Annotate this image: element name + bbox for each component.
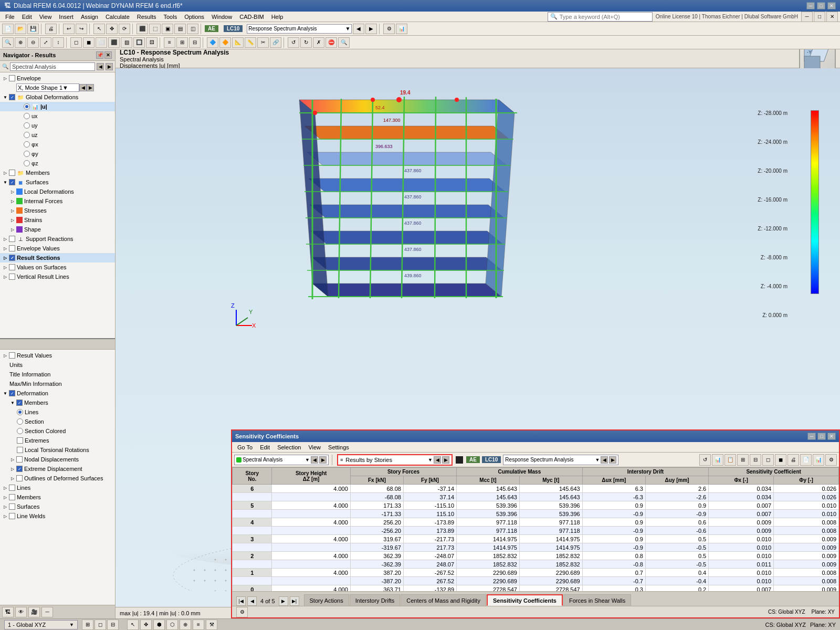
minimize-button[interactable]: ─ [806, 2, 815, 9]
nav-close[interactable]: ✕ [104, 51, 112, 59]
values-on-surfaces-expand[interactable]: ▷ [2, 264, 8, 270]
deform-checkbox[interactable]: ✓ [9, 390, 15, 396]
phi-y-radio[interactable] [24, 151, 30, 157]
tree-local-deform[interactable]: ▷ Local Deformations [0, 187, 115, 196]
tree-values-on-surfaces[interactable]: ▷ Values on Surfaces [0, 262, 115, 272]
extreme-expand[interactable]: ▷ [9, 466, 16, 472]
menu-calculate[interactable]: Calculate [102, 13, 133, 21]
tab-centers[interactable]: Centers of Mass and Rigidity [401, 594, 486, 606]
sens-close[interactable]: ✕ [827, 433, 836, 440]
nav-forward[interactable]: ▶ [106, 63, 113, 70]
tree-surfaces2[interactable]: ▷ Surfaces [0, 502, 115, 511]
tree-deformation[interactable]: ▼ ✓ Deformation [0, 388, 115, 398]
rv-expand[interactable]: ▷ [2, 352, 8, 359]
menu-insert[interactable]: Insert [56, 13, 77, 21]
tab-forces-shear[interactable]: Forces in Shear Walls [563, 594, 631, 606]
tree-line-welds[interactable]: ▷ Line Welds [0, 511, 115, 521]
sens-tb-2[interactable]: 📊 [712, 454, 723, 466]
members2-checkbox[interactable] [9, 494, 15, 500]
tree-nodal-disp[interactable]: ▷ Nodal Displacements [0, 455, 115, 464]
next-analysis[interactable]: ▶ [365, 24, 377, 34]
lines2-checkbox[interactable] [9, 485, 15, 491]
tree-phi-y[interactable]: φy [0, 149, 115, 159]
tab-sensitivity-coefficients[interactable]: Sensitivity Coefficients [487, 594, 563, 606]
tb2-5[interactable]: ↕ [52, 37, 64, 48]
tb7[interactable]: ▤ [174, 24, 186, 34]
tab-interstory-drifts[interactable]: Interstory Drifts [350, 594, 401, 606]
stresses-expand[interactable]: ▷ [9, 207, 16, 214]
sens-results-prev[interactable]: ◀ [434, 456, 441, 464]
menu-file[interactable]: File [2, 13, 18, 21]
tree-members[interactable]: ▷ 📁 Members [0, 168, 115, 177]
nav-icon-2[interactable]: 👁 [15, 607, 27, 617]
phi-z-radio[interactable] [24, 160, 30, 166]
deform-expand[interactable]: ▼ [2, 390, 8, 396]
redo-btn[interactable]: ↪ [76, 24, 87, 34]
members-sub-checkbox[interactable]: ✓ [16, 400, 23, 406]
envelope-checkbox[interactable] [9, 75, 15, 81]
sens-results-dropdown[interactable]: ≡ Results by Stories ▼ ◀ ▶ [337, 454, 453, 466]
sens-tb-7[interactable]: ◼ [775, 454, 786, 466]
tb2-4[interactable]: ⤢ [40, 37, 51, 48]
support-checkbox[interactable] [9, 236, 15, 242]
tree-uy[interactable]: uy [0, 121, 115, 130]
tree-members2[interactable]: ▷ Members [0, 492, 115, 502]
rv-checkbox[interactable] [9, 352, 15, 359]
members2-expand[interactable]: ▷ [2, 494, 8, 500]
surfaces2-checkbox[interactable] [9, 503, 15, 510]
tb2-10[interactable]: ▨ [121, 37, 132, 48]
tree-phi-x[interactable]: φx [0, 140, 115, 149]
sens-menu-selection[interactable]: Selection [274, 443, 304, 452]
tree-mode-shape[interactable]: X, Mode Shape 1 ▼ ◀ ▶ [0, 83, 115, 92]
tree-uz[interactable]: uz [0, 130, 115, 140]
sens-tb-8[interactable]: 🖨 [788, 454, 799, 466]
menu-window[interactable]: Window [208, 13, 235, 21]
nav-back[interactable]: ◀ [97, 63, 104, 70]
tree-surfaces[interactable]: ▼ ✓ ◼ Surfaces [0, 177, 115, 187]
u-total-expand[interactable] [17, 103, 23, 110]
tb2-20[interactable]: ✂ [257, 37, 269, 48]
undo-btn[interactable]: ↩ [63, 24, 75, 34]
phi-x-radio[interactable] [24, 141, 30, 148]
status-tb-1[interactable]: ↖ [127, 620, 139, 630]
sens-min[interactable]: ─ [807, 433, 816, 440]
internal-forces-expand[interactable]: ▷ [9, 198, 16, 204]
tb6[interactable]: ▣ [162, 24, 173, 34]
vert-result-checkbox[interactable] [9, 274, 15, 280]
phi-z-expand[interactable] [17, 160, 23, 166]
section-radio[interactable] [17, 418, 23, 425]
sens-max[interactable]: □ [817, 433, 826, 440]
sens-menu-view[interactable]: View [305, 443, 324, 452]
tree-global-def[interactable]: ▼ ✓ 📁 Global Deformations [0, 92, 115, 102]
tb2-16[interactable]: 🔷 [207, 37, 218, 48]
tb2-9[interactable]: ⬛ [108, 37, 120, 48]
tree-section-colored[interactable]: Section Colored [0, 426, 115, 436]
sens-tb-11[interactable]: ⚙ [825, 454, 837, 466]
mode-prev[interactable]: ◀ [79, 84, 87, 91]
tb9[interactable]: ⚙ [383, 24, 395, 34]
nodal-checkbox[interactable] [16, 456, 23, 463]
members-expand[interactable]: ▷ [2, 170, 8, 176]
sens-tb-4[interactable]: ⊞ [737, 454, 749, 466]
uy-expand[interactable] [17, 122, 23, 129]
sens-next[interactable]: ▶ [319, 456, 327, 464]
menu-help[interactable]: Help [268, 13, 287, 21]
window-controls[interactable]: ─ □ ✕ [806, 2, 836, 9]
tree-lines2[interactable]: ▷ Lines [0, 483, 115, 492]
tree-lines[interactable]: Lines [0, 407, 115, 417]
min-btn-2[interactable]: ─ [801, 12, 813, 22]
tb2-21[interactable]: 🔗 [270, 37, 281, 48]
tree-internal-forces[interactable]: ▷ Internal Forces [0, 196, 115, 206]
extreme-checkbox[interactable]: ✓ [16, 466, 23, 472]
outlines-checkbox[interactable] [16, 475, 23, 481]
phi-y-expand[interactable] [17, 151, 23, 157]
tb2-13[interactable]: ≡ [164, 37, 175, 48]
sens-analysis-dropdown[interactable]: Spectral Analysis ▼ ◀ ▶ [234, 455, 329, 465]
tree-section[interactable]: Section [0, 417, 115, 426]
global-def-expand[interactable]: ▼ [2, 94, 8, 100]
tb2-24[interactable]: ✗ [313, 37, 324, 48]
nav-search-value[interactable]: Spectral Analysis [12, 64, 56, 70]
maximize-button[interactable]: □ [817, 2, 825, 9]
page-first[interactable]: |◀ [236, 596, 246, 606]
local-deform-expand[interactable]: ▷ [9, 188, 16, 195]
